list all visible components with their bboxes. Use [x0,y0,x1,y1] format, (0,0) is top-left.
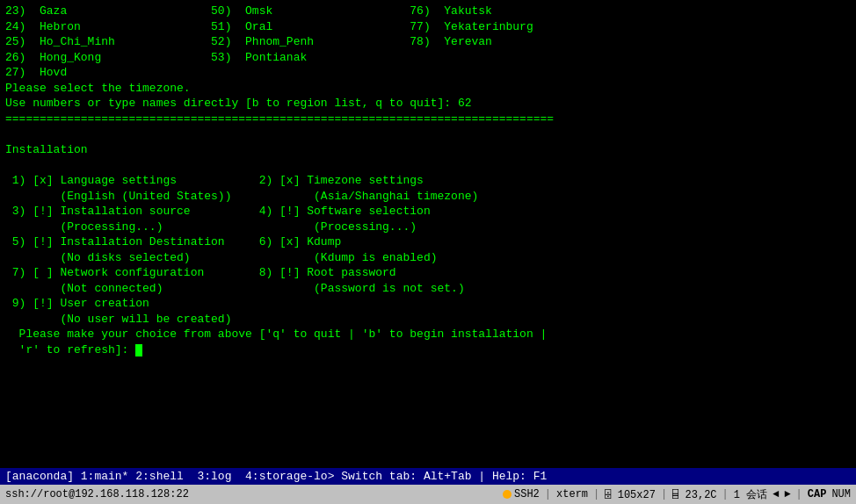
session-count: 1 会话 [734,487,767,502]
ssh2-indicator [503,490,511,499]
protocol-label: SSH2 [514,488,540,500]
terminal-size: ⌹ 105x27 [605,488,656,501]
arrow-left[interactable]: ◄ [773,488,779,500]
divider4: | [722,488,729,500]
ssh-connection-info: ssh://root@192.168.118.128:22 [5,488,189,500]
arrow-right[interactable]: ► [784,488,790,500]
terminal-output: 23) Gaza 50) Omsk 76) Yakutsk 24) Hebron… [0,0,856,468]
cap-indicator: CAP [808,488,827,500]
tab-bar-content: [anaconda] 1:main* 2:shell 3:log 4:stora… [5,470,547,483]
divider2: | [593,488,599,500]
status-bar: ssh://root@192.168.118.128:22 SSH2 | xte… [0,485,856,504]
divider3: | [661,488,667,500]
terminal-type: xterm [556,488,588,500]
divider5: | [796,488,802,500]
num-indicator: NUM [831,488,851,500]
divider1: | [545,488,551,500]
terminal-cursor [135,344,142,356]
tab-bar[interactable]: [anaconda] 1:main* 2:shell 3:log 4:stora… [0,468,856,485]
cursor-position: ⌸ 23,2C [672,488,716,501]
